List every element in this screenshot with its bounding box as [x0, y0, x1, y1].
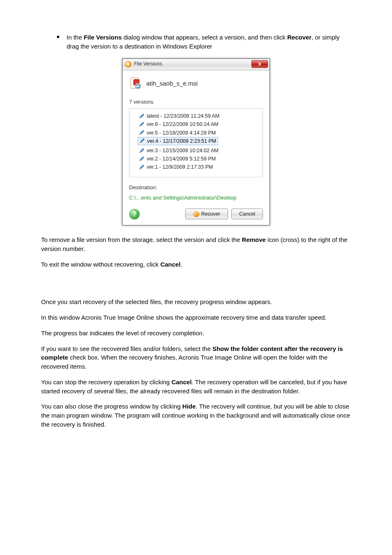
text-bold: Recover	[287, 34, 311, 41]
version-item[interactable]: ver.5 - 12/18/2009 4:14:28 PM	[138, 129, 260, 137]
pencil-icon	[138, 130, 145, 136]
text: To exit the window without recovering, c…	[41, 261, 160, 268]
pencil-icon	[138, 148, 145, 154]
paragraph: To remove a file version from the storag…	[41, 235, 351, 253]
bullet-mark: ■	[57, 33, 67, 51]
text: .	[180, 261, 182, 268]
version-item[interactable]: ver.2 - 12/14/2009 5:12:59 PM	[138, 155, 260, 163]
dialog-wrapper: File Versions x atih_saob_s_e.msi	[41, 58, 351, 226]
version-item[interactable]: ver.6 - 12/22/2009 10:50:24 AM	[138, 120, 260, 128]
destination-label: Destination:	[129, 184, 263, 192]
pencil-icon	[138, 164, 145, 170]
text: To remove a file version from the storag…	[41, 236, 242, 243]
version-label: ver.4 - 12/17/2009 2:23:51 PM	[147, 137, 216, 145]
text-bold: Hide	[182, 403, 196, 410]
version-item[interactable]: latest - 12/23/2009 11:24:59 AM	[138, 112, 260, 120]
paragraph: You can stop the recovery operation by c…	[41, 378, 351, 396]
versions-list: latest - 12/23/2009 11:24:59 AM ver.6 - …	[129, 108, 263, 177]
paragraph: If you want to see the recovered files a…	[41, 344, 351, 371]
msi-file-icon	[129, 77, 142, 90]
version-label: ver.6 - 12/22/2009 10:50:24 AM	[147, 121, 218, 128]
text-bold: File Versions	[84, 34, 122, 41]
text: In the	[67, 34, 84, 41]
pencil-icon	[138, 113, 145, 119]
version-item[interactable]: ver.1 - 12/9/2009 2:17:33 PM	[138, 163, 260, 171]
text: You can stop the recovery operation by c…	[41, 379, 171, 385]
close-icon: x	[258, 60, 261, 68]
pencil-icon	[138, 156, 145, 162]
recover-button[interactable]: ↓ Recover	[185, 209, 228, 219]
cancel-button-label: Cancel	[239, 210, 255, 218]
file-versions-dialog: File Versions x atih_saob_s_e.msi	[122, 58, 270, 226]
paragraph: The progress bar indicates the level of …	[41, 329, 351, 338]
versions-count: 7 versions	[129, 98, 263, 106]
help-icon: ?	[132, 209, 136, 219]
pencil-icon	[138, 121, 145, 128]
file-name: atih_saob_s_e.msi	[146, 79, 198, 88]
paragraph: To exit the window without recovering, c…	[41, 260, 351, 269]
recover-icon: ↓	[193, 211, 199, 217]
text: If you want to see the recovered files a…	[41, 345, 212, 352]
version-item-selected[interactable]: ver.4 - 12/17/2009 2:23:51 PM	[138, 137, 218, 145]
paragraph: In this window Acronis True Image Online…	[41, 313, 351, 322]
help-button[interactable]: ?	[129, 209, 140, 219]
app-icon	[125, 61, 131, 67]
dialog-title: File Versions	[134, 60, 162, 67]
close-button[interactable]: x	[251, 60, 268, 68]
file-header: atih_saob_s_e.msi	[129, 77, 263, 90]
version-label: ver.1 - 12/9/2009 2:17:33 PM	[147, 163, 213, 171]
text-bold: Cancel	[160, 261, 180, 268]
text-bold: Remove	[242, 236, 266, 243]
text-bold: Cancel	[171, 379, 191, 385]
version-label: ver.2 - 12/14/2009 5:12:59 PM	[147, 155, 216, 163]
dialog-button-row: ? ↓ Recover Cancel	[129, 209, 263, 219]
dialog-body: atih_saob_s_e.msi 7 versions latest - 12…	[122, 70, 270, 225]
text: check box. When the recovery finishes, A…	[41, 354, 327, 370]
version-label: ver.3 - 12/15/2009 10:24:02 AM	[147, 147, 218, 154]
bullet-item: ■ In the File Versions dialog window tha…	[57, 33, 351, 51]
paragraph: Once you start recovery of the selected …	[41, 297, 351, 307]
version-label: latest - 12/23/2009 11:24:59 AM	[147, 112, 219, 120]
text: dialog window that appears, select a ver…	[122, 34, 287, 41]
bullet-text: In the File Versions dialog window that …	[67, 33, 351, 51]
version-label: ver.5 - 12/18/2009 4:14:28 PM	[147, 129, 216, 137]
text: You can also close the progress window b…	[41, 403, 182, 410]
paragraph: You can also close the progress window b…	[41, 402, 351, 429]
cancel-button[interactable]: Cancel	[231, 209, 263, 219]
pencil-icon	[139, 138, 145, 144]
destination-path[interactable]: C:\…ents and Settings\Administrator\Desk…	[129, 194, 263, 202]
titlebar[interactable]: File Versions x	[122, 59, 270, 70]
version-item[interactable]: ver.3 - 12/15/2009 10:24:02 AM	[138, 146, 260, 155]
recover-button-label: Recover	[201, 210, 221, 218]
